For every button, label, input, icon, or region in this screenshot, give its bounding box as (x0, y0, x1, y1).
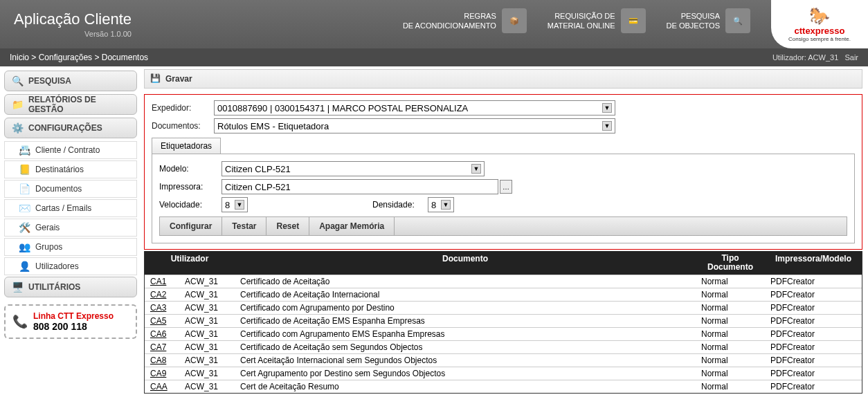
impressora-input[interactable]: Citizen CLP-521 (221, 179, 498, 194)
contract-icon: 📇 (19, 145, 30, 156)
row-imp: PDFCreator (765, 315, 862, 327)
row-tipo: Normal (696, 302, 765, 314)
logo-slogan: Consigo sempre à frente. (788, 36, 851, 42)
table-row: CA1ACW_31Certificado de AceitaçãoNormalP… (145, 275, 862, 288)
row-imp: PDFCreator (765, 380, 862, 393)
row-doc: Certificado de Aceitação (235, 275, 696, 288)
user-area: Utilizador: ACW_31 Sair (772, 53, 858, 62)
sidebar: 🔍 PESQUISA 📁 RELATÓRIOS DE GESTÃO ⚙️ CON… (0, 66, 141, 396)
sidebar-pesquisa[interactable]: 🔍 PESQUISA (4, 71, 137, 91)
row-code-link[interactable]: CA1 (150, 277, 166, 286)
sidebar-item-cliente-label: Cliente / Contrato (35, 145, 100, 155)
magnifier-icon: 🔍 (12, 75, 23, 86)
row-user: ACW_31 (179, 354, 235, 367)
row-doc: Certificado de Aceitação sem Segundos Ob… (235, 341, 696, 353)
row-tipo: Normal (696, 288, 765, 301)
row-doc: Certificado com Agrupamento por Destino (235, 302, 696, 314)
densidade-select[interactable]: 8 ▼ (428, 197, 454, 212)
row-user: ACW_31 (179, 315, 235, 327)
row-user: ACW_31 (179, 302, 235, 314)
modelo-select[interactable]: Citizen CLP-521 ▼ (221, 161, 485, 176)
densidade-label: Densidade: (372, 200, 428, 210)
sidebar-item-util-label: Utilizadores (35, 261, 79, 271)
link-pesquisa-obj[interactable]: PESQUISA DE OBJECTOS 🔍 (667, 8, 750, 33)
row-code-link[interactable]: CA6 (150, 329, 166, 339)
row-code-link[interactable]: CA5 (150, 316, 166, 326)
sidebar-item-grupos-label: Grupos (35, 242, 62, 252)
save-button[interactable]: Gravar (165, 74, 192, 84)
row-code-link[interactable]: CA9 (150, 369, 166, 378)
tab-strip: Etiquetadoras (152, 138, 855, 154)
row-code-link[interactable]: CA2 (150, 290, 166, 299)
search-globe-icon: 🔍 (725, 8, 750, 33)
sidebar-item-utilizadores[interactable]: 👤Utilizadores (4, 257, 137, 275)
velocidade-select[interactable]: 8 ▼ (221, 197, 248, 212)
folder-icon: 📁 (12, 99, 23, 110)
app-header: Aplicação Cliente Versão 1.0.00 REGRAS D… (0, 0, 868, 48)
link-requisicao[interactable]: REQUISIÇÃO DE MATERIAL ONLINE 💳 (548, 8, 646, 33)
testar-button[interactable]: Testar (222, 217, 266, 235)
chevron-down-icon: ▼ (471, 164, 481, 174)
row-user: ACW_31 (179, 275, 235, 288)
sidebar-item-grupos[interactable]: 👥Grupos (4, 238, 137, 256)
sidebar-item-cartas-label: Cartas / Emails (35, 203, 91, 213)
impressora-browse-button[interactable]: … (500, 180, 512, 194)
row-code-link[interactable]: CAA (150, 382, 168, 391)
row-doc: Cert Aceitação Internacional sem Segundo… (235, 354, 696, 367)
sidebar-item-gerais-label: Gerais (35, 223, 60, 232)
expedidor-label: Expedidor: (152, 103, 214, 113)
configurar-button[interactable]: Configurar (160, 217, 222, 235)
tab-etiquetadoras[interactable]: Etiquetadoras (152, 138, 221, 154)
row-tipo: Normal (696, 367, 765, 380)
chevron-down-icon: ▼ (235, 200, 244, 210)
sidebar-item-gerais[interactable]: 🛠️Gerais (4, 219, 137, 237)
row-code-link[interactable]: CA8 (150, 356, 166, 365)
expedidor-select[interactable]: 0010887690 | 0300154371 | MARCO POSTAL P… (214, 100, 615, 116)
sidebar-relatorios-label: RELATÓRIOS DE GESTÃO (28, 95, 129, 114)
logo-brand: cttexpresso (795, 26, 845, 36)
apagar-button[interactable]: Apagar Memória (309, 217, 395, 235)
group-icon: 👥 (19, 241, 30, 252)
sidebar-item-destinatarios[interactable]: 📒Destinatários (4, 160, 137, 178)
monitor-icon: 🖥️ (12, 281, 23, 293)
phone-number: 808 200 118 (33, 321, 114, 332)
phone-box: 📞 Linha CTT Expresso 808 200 118 (4, 304, 137, 339)
sidebar-relatorios[interactable]: 📁 RELATÓRIOS DE GESTÃO (4, 94, 137, 115)
sidebar-item-cartas[interactable]: ✉️Cartas / Emails (4, 199, 137, 217)
document-icon: 📄 (19, 183, 30, 194)
sidebar-item-docs-label: Documentos (35, 184, 82, 194)
col-impressora: Impressora/Modelo (765, 251, 862, 275)
reset-button[interactable]: Reset (266, 217, 309, 235)
grid-header: Utilizador Documento Tipo Documento Impr… (145, 251, 862, 275)
link-requisicao-label: REQUISIÇÃO DE MATERIAL ONLINE (548, 11, 615, 31)
phone-icon: 📞 (12, 314, 28, 329)
documentos-select[interactable]: Rótulos EMS - Etiquetadora ▼ (214, 118, 615, 133)
sidebar-item-documentos[interactable]: 📄Documentos (4, 180, 137, 198)
row-imp: PDFCreator (765, 367, 862, 380)
row-code-link[interactable]: CA7 (150, 342, 166, 352)
sidebar-item-cliente[interactable]: 📇Cliente / Contrato (4, 141, 137, 159)
tools-icon: 🛠️ (19, 222, 30, 233)
sidebar-item-dest-label: Destinatários (35, 165, 84, 174)
user-icon: 👤 (19, 261, 30, 272)
sidebar-configuracoes[interactable]: ⚙️ CONFIGURAÇÕES (4, 118, 137, 138)
action-bar: Configurar Testar Reset Apagar Memória (159, 216, 847, 236)
row-imp: PDFCreator (765, 302, 862, 314)
sidebar-utilitarios[interactable]: 🖥️ UTILITÁRIOS (4, 277, 137, 297)
exit-link[interactable]: Sair (844, 53, 858, 62)
velocidade-label: Velocidade: (159, 200, 221, 210)
col-tipo: Tipo Documento (696, 251, 765, 275)
col-utilizador: Utilizador (145, 251, 235, 275)
row-code-link[interactable]: CA3 (150, 303, 166, 313)
link-regras[interactable]: REGRAS DE ACONDICIONAMENTO 📦 (403, 8, 527, 33)
app-title: Aplicação Cliente (14, 10, 132, 28)
chevron-down-icon: ▼ (602, 121, 612, 131)
row-imp: PDFCreator (765, 341, 862, 353)
horse-icon: 🐎 (809, 6, 830, 26)
phone-label: Linha CTT Expresso (33, 311, 114, 321)
sidebar-config-label: CONFIGURAÇÕES (28, 123, 102, 133)
breadcrumb[interactable]: Inicio > Configurações > Documentos (10, 53, 148, 62)
row-imp: PDFCreator (765, 328, 862, 340)
sidebar-pesquisa-label: PESQUISA (28, 76, 71, 86)
densidade-value: 8 (431, 200, 436, 210)
